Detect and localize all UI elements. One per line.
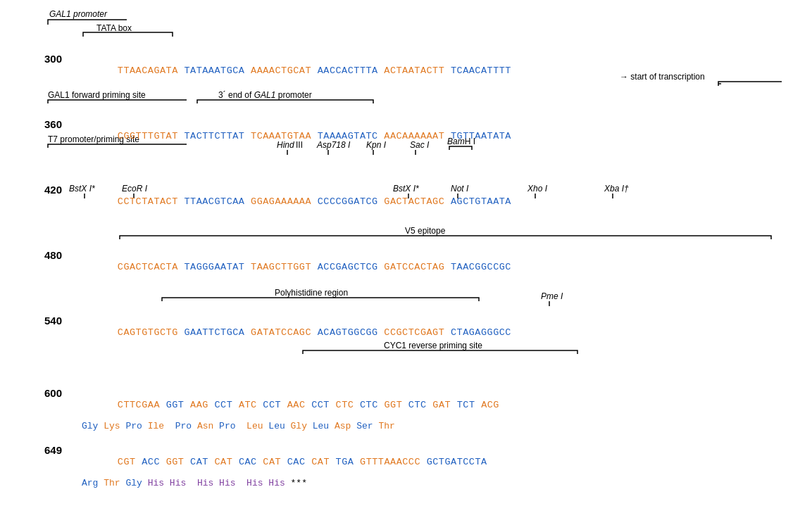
- seq-line-360: 360 CGGTTTGTAT TACTTCTTAT TCAAATGTAA TAA…: [28, 118, 791, 152]
- section-600: 600 CTTCGAA GGT AAG CCT ATC CCT AAC CCT …: [28, 387, 791, 431]
- seq-line-480: 480 CGACTCACTA TAGGGAATAT TAAGCTTGGT ACC…: [28, 249, 791, 283]
- seq-line-600: 600 CTTCGAA GGT AAG CCT ATC CCT AAC CCT …: [28, 387, 791, 421]
- seq-line-420: 420 CCTCTATACT TTAACGTCAA GGAGAAAAAA CCC…: [28, 184, 791, 217]
- line-number-600: 600: [28, 387, 62, 399]
- pmei-label: Pme I: [541, 291, 563, 301]
- trans-line-649: Arg Thr Gly His His His His His His ***: [69, 478, 791, 488]
- section-649: 649 CGT ACC GGT CAT CAT CAC CAT CAC CAT …: [28, 444, 791, 488]
- v5-epitope-label: V5 epitope: [405, 226, 446, 236]
- line-number-649: 649: [28, 444, 62, 456]
- seq-text-480: CGACTCACTA TAGGGAATAT TAAGCTTGGT ACCGAGC…: [69, 251, 511, 283]
- gal1-promoter-label: GAL1 promoter: [49, 9, 108, 19]
- main-content: GAL1 promoter TATA box → start of transc…: [21, 53, 791, 506]
- trans-line-600: Gly Lys Pro Ile Pro Asn Pro Leu Leu Gly …: [69, 421, 791, 431]
- seq-text-649: CGT ACC GGT CAT CAT CAC CAT CAC CAT TGA …: [69, 446, 487, 478]
- seq-text-540: CAGTGTGCTG GAATTCTGCA GATATCCAGC ACAGTGG…: [69, 317, 511, 348]
- line-number-360: 360: [28, 118, 62, 130]
- line-number-540: 540: [28, 315, 62, 327]
- seq-text-360: CGGTTTGTAT TACTTCTTAT TCAAATGTAA TAAAAGT…: [69, 120, 511, 152]
- line-number-480: 480: [28, 249, 62, 261]
- gal1-3end-label: 3´ end of GAL1 promoter: [218, 90, 312, 100]
- polyhistidine-label: Polyhistidine region: [275, 288, 348, 298]
- seq-text-420: CCTCTATACT TTAACGTCAA GGAGAAAAAA CCCCGGA…: [69, 186, 511, 217]
- line-number-300: 300: [28, 53, 62, 65]
- section-360: 360 CGGTTTGTAT TACTTCTTAT TCAAATGTAA TAA…: [28, 118, 791, 152]
- seq-text-600: CTTCGAA GGT AAG CCT ATC CCT AAC CCT CTC …: [69, 389, 499, 421]
- line-number-420: 420: [28, 184, 62, 196]
- seq-line-300: 300 TTAACAGATA TATAAATGCA AAAACTGCAT AAC…: [28, 53, 791, 87]
- gal1-forward-label: GAL1 forward priming site: [48, 90, 146, 100]
- section-540: 540 CAGTGTGCTG GAATTCTGCA GATATCCAGC ACA…: [28, 315, 791, 348]
- section-480: 480 CGACTCACTA TAGGGAATAT TAAGCTTGGT ACC…: [28, 249, 791, 283]
- section-300: 300 TTAACAGATA TATAAATGCA AAAACTGCAT AAC…: [28, 53, 791, 87]
- seq-line-540: 540 CAGTGTGCTG GAATTCTGCA GATATCCAGC ACA…: [28, 315, 791, 348]
- tata-box-label: TATA box: [96, 23, 132, 33]
- seq-line-649: 649 CGT ACC GGT CAT CAT CAC CAT CAC CAT …: [28, 444, 791, 478]
- seq-text-300: TTAACAGATA TATAAATGCA AAAACTGCAT AACCACT…: [69, 55, 511, 87]
- section-420: 420 CCTCTATACT TTAACGTCAA GGAGAAAAAA CCC…: [28, 184, 791, 217]
